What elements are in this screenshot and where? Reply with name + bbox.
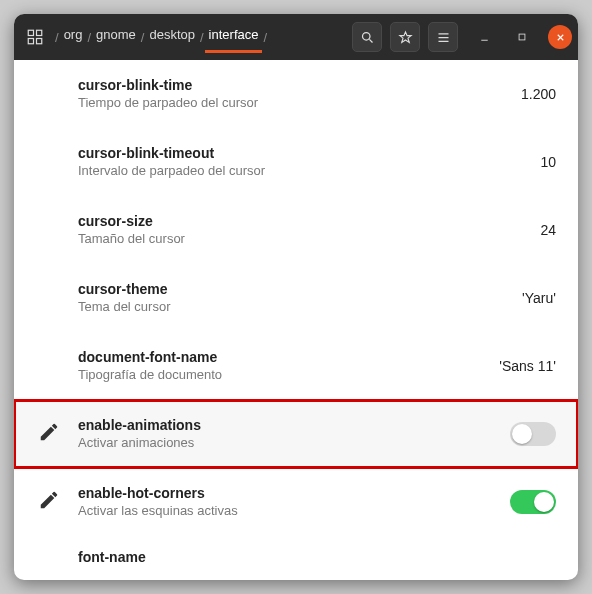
- settings-row[interactable]: font-name: [14, 536, 578, 566]
- settings-key: cursor-size: [78, 213, 530, 231]
- menu-button[interactable]: [428, 22, 458, 52]
- settings-row[interactable]: cursor-blink-timeoutIntervalo de parpade…: [14, 128, 578, 196]
- breadcrumb-interface[interactable]: interface: [205, 21, 263, 53]
- settings-row[interactable]: cursor-blink-timeTiempo de parpadeo del …: [14, 60, 578, 128]
- settings-row[interactable]: cursor-sizeTamaño del cursor24: [14, 196, 578, 264]
- settings-description: Tiempo de parpadeo del cursor: [78, 95, 511, 111]
- settings-key: font-name: [78, 549, 546, 566]
- row-text: font-name: [78, 549, 546, 566]
- row-text: cursor-sizeTamaño del cursor: [78, 213, 530, 248]
- settings-key: enable-animations: [78, 417, 510, 435]
- svg-rect-1: [37, 30, 42, 35]
- breadcrumb: / org / gnome / desktop / interface /: [52, 21, 268, 53]
- settings-description: Intervalo de parpadeo del cursor: [78, 163, 530, 179]
- search-button[interactable]: [352, 22, 382, 52]
- settings-description: Tamaño del cursor: [78, 231, 530, 247]
- svg-point-4: [362, 32, 370, 40]
- settings-description: Tipografía de documento: [78, 367, 489, 383]
- settings-value: 1.200: [511, 86, 556, 102]
- settings-value: 'Sans 11': [489, 358, 556, 374]
- row-text: cursor-blink-timeTiempo de parpadeo del …: [78, 77, 511, 112]
- breadcrumb-desktop[interactable]: desktop: [145, 21, 199, 53]
- svg-rect-3: [37, 39, 42, 44]
- row-text: cursor-blink-timeoutIntervalo de parpade…: [78, 145, 530, 180]
- svg-rect-0: [28, 30, 33, 35]
- settings-key: document-font-name: [78, 349, 489, 367]
- settings-key: cursor-blink-timeout: [78, 145, 530, 163]
- dconf-editor-window: / org / gnome / desktop / interface /: [14, 14, 578, 580]
- settings-description: Activar las esquinas activas: [78, 503, 510, 519]
- close-button[interactable]: [548, 25, 572, 49]
- settings-key: cursor-theme: [78, 281, 512, 299]
- toggle-switch[interactable]: [510, 422, 556, 446]
- minimize-button[interactable]: [472, 25, 496, 49]
- settings-value: 24: [530, 222, 556, 238]
- settings-row[interactable]: enable-hot-cornersActivar las esquinas a…: [14, 468, 578, 536]
- settings-row[interactable]: enable-animationsActivar animaciones: [14, 400, 578, 468]
- dconf-icon[interactable]: [22, 24, 48, 50]
- settings-value: 10: [530, 154, 556, 170]
- settings-key: cursor-blink-time: [78, 77, 511, 95]
- breadcrumb-org[interactable]: org: [60, 21, 87, 53]
- toggle-switch[interactable]: [510, 490, 556, 514]
- maximize-button[interactable]: [510, 25, 534, 49]
- settings-value: 'Yaru': [512, 290, 556, 306]
- modified-indicator: [38, 421, 78, 447]
- headerbar: / org / gnome / desktop / interface /: [14, 14, 578, 60]
- pencil-icon: [38, 421, 60, 447]
- breadcrumb-separator: /: [262, 30, 268, 45]
- bookmark-button[interactable]: [390, 22, 420, 52]
- row-text: enable-animationsActivar animaciones: [78, 417, 510, 452]
- svg-line-5: [369, 39, 372, 42]
- settings-row[interactable]: cursor-themeTema del cursor'Yaru': [14, 264, 578, 332]
- settings-description: Activar animaciones: [78, 435, 510, 451]
- settings-list: cursor-blink-timeTiempo de parpadeo del …: [14, 60, 578, 580]
- row-text: enable-hot-cornersActivar las esquinas a…: [78, 485, 510, 520]
- modified-indicator: [38, 489, 78, 515]
- row-text: document-font-nameTipografía de document…: [78, 349, 489, 384]
- settings-key: enable-hot-corners: [78, 485, 510, 503]
- settings-row[interactable]: document-font-nameTipografía de document…: [14, 332, 578, 400]
- pencil-icon: [38, 489, 60, 515]
- settings-description: Tema del cursor: [78, 299, 512, 315]
- svg-marker-6: [399, 31, 410, 42]
- svg-rect-11: [519, 34, 525, 40]
- breadcrumb-gnome[interactable]: gnome: [92, 21, 140, 53]
- svg-rect-2: [28, 39, 33, 44]
- row-text: cursor-themeTema del cursor: [78, 281, 512, 316]
